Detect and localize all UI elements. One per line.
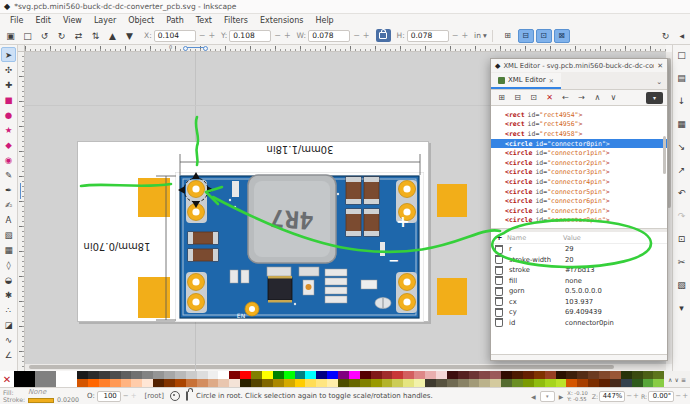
- shape-builder-tool[interactable]: ✚: [1, 77, 16, 92]
- menu-item[interactable]: Extensions: [254, 16, 309, 25]
- palette-swatch[interactable]: [566, 371, 577, 379]
- duplicate-node-button[interactable]: ⊡: [527, 92, 540, 104]
- palette-swatch[interactable]: [88, 371, 99, 379]
- palette-swatch[interactable]: [501, 371, 512, 379]
- palette-swatch[interactable]: [295, 371, 306, 379]
- palette-swatch[interactable]: [523, 371, 534, 379]
- add-attribute-button[interactable]: +: [491, 233, 507, 242]
- menu-item[interactable]: File: [4, 16, 29, 25]
- horizontal-scrollbar[interactable]: [25, 364, 666, 370]
- xml-tree-scrollbar-thumb[interactable]: [663, 136, 666, 174]
- attribute-row[interactable]: stroke #f7bd13: [491, 265, 667, 276]
- palette-swatch[interactable]: [175, 371, 186, 379]
- palette-swatch[interactable]: [110, 379, 121, 387]
- palette-scroll-up-icon[interactable]: ∧: [668, 376, 672, 383]
- palette-swatch[interactable]: [305, 371, 316, 379]
- layer-lock-icon[interactable]: [186, 392, 188, 400]
- calligraphy-tool[interactable]: ✍: [1, 197, 16, 212]
- new-element-node-button[interactable]: ⊞: [495, 92, 508, 104]
- palette-swatch[interactable]: [577, 379, 588, 387]
- xml-tree-node[interactable]: <rectid="rect4956">: [491, 120, 667, 130]
- menu-item[interactable]: Path: [160, 16, 190, 25]
- new-document-button[interactable]: □: [675, 49, 689, 61]
- palette-swatch[interactable]: [218, 379, 229, 387]
- h-minus-button[interactable]: −: [452, 31, 459, 40]
- palette-swatch[interactable]: [142, 371, 153, 379]
- palette-swatch[interactable]: [653, 371, 664, 379]
- palette-swatch[interactable]: [643, 379, 654, 387]
- attribute-row[interactable]: r 29: [491, 244, 667, 255]
- palette-swatch[interactable]: [632, 379, 643, 387]
- move-node-down-button[interactable]: ∨: [607, 92, 620, 104]
- ctrl-icon[interactable]: ▲: [104, 29, 121, 43]
- palette-swatch[interactable]: [632, 371, 643, 379]
- palette-swatch[interactable]: [392, 379, 403, 387]
- palette-swatch[interactable]: [295, 379, 306, 387]
- palette-swatch[interactable]: [371, 371, 382, 379]
- palette-swatch[interactable]: [153, 371, 164, 379]
- xml-editor-titlebar[interactable]: ◆ XML Editor - svg.pcb.mini560-buck-dc-d…: [491, 59, 667, 72]
- palette-swatch[interactable]: [349, 371, 360, 379]
- palette-swatch[interactable]: [251, 371, 262, 379]
- attribute-row[interactable]: gorn 0.5.0.0.0.0: [491, 286, 667, 297]
- gradient-tool[interactable]: ▧: [1, 227, 16, 242]
- palette-swatch[interactable]: [229, 379, 240, 387]
- paint-bucket-tool[interactable]: ◒: [1, 272, 16, 287]
- palette-swatch[interactable]: [610, 379, 621, 387]
- palette-swatch[interactable]: [164, 371, 175, 379]
- horizontal-scrollbar-thumb[interactable]: [29, 365, 614, 369]
- cut-button[interactable]: ✂: [675, 256, 689, 268]
- xml-editor-options-button[interactable]: ▾: [646, 92, 663, 104]
- ctrl-icon[interactable]: ▣: [2, 29, 19, 43]
- palette-swatch[interactable]: [273, 371, 284, 379]
- open-button[interactable]: ▤: [675, 72, 689, 84]
- more-button[interactable]: ▾: [675, 302, 689, 314]
- delete-attribute-icon[interactable]: [495, 266, 503, 275]
- palette-swatch[interactable]: [77, 379, 88, 387]
- zoom-plus-button[interactable]: +: [633, 392, 639, 400]
- pcb-image[interactable]: 4R7: [175, 172, 424, 322]
- palette-swatch[interactable]: [436, 371, 447, 379]
- ctrl-icon[interactable]: □: [19, 29, 36, 43]
- palette-swatch[interactable]: [577, 371, 588, 379]
- palette-swatch[interactable]: [175, 379, 186, 387]
- palette-swatch[interactable]: [425, 379, 436, 387]
- xml-tree-node[interactable]: <circleid="connector3pin">: [491, 168, 667, 178]
- spray-tool[interactable]: ∴: [1, 302, 16, 317]
- palette-swatch[interactable]: [643, 371, 654, 379]
- text-tool[interactable]: A: [1, 212, 16, 227]
- ctrl-icon[interactable]: ↻: [53, 29, 70, 43]
- menu-item[interactable]: Edit: [29, 16, 57, 25]
- no-color-swatch[interactable]: ✕: [0, 371, 14, 387]
- measure-tool[interactable]: ∠: [1, 347, 16, 362]
- palette-swatch[interactable]: [501, 379, 512, 387]
- palette-swatch[interactable]: [186, 379, 197, 387]
- palette-swatch[interactable]: [88, 379, 99, 387]
- palette-swatch[interactable]: [14, 371, 35, 387]
- h-input[interactable]: 0.078: [407, 30, 449, 42]
- attribute-value[interactable]: 0.5.0.0.0.0: [565, 287, 602, 295]
- palette-swatch[interactable]: [273, 379, 284, 387]
- palette-swatch[interactable]: [479, 371, 490, 379]
- palette-swatch[interactable]: [545, 379, 556, 387]
- palette-scroll-down-icon[interactable]: ∨: [674, 376, 678, 383]
- palette-swatch[interactable]: [99, 371, 110, 379]
- stroke-color-swatch[interactable]: [28, 398, 54, 403]
- palette-swatch[interactable]: [512, 371, 523, 379]
- palette-swatch[interactable]: [447, 371, 458, 379]
- y-minus-button[interactable]: −: [274, 31, 281, 40]
- transform-toggle-button[interactable]: ⊡: [536, 29, 552, 43]
- export-button[interactable]: ↗: [675, 164, 689, 176]
- ruler-vertical[interactable]: [18, 52, 25, 371]
- palette-swatch[interactable]: [490, 371, 501, 379]
- palette-swatch[interactable]: [599, 371, 610, 379]
- ellipse-tool[interactable]: ●: [1, 107, 16, 122]
- copy-button[interactable]: ⊡: [675, 233, 689, 245]
- palette-swatch[interactable]: [458, 371, 469, 379]
- ruler-horizontal[interactable]: [25, 45, 666, 52]
- menu-item[interactable]: Help: [309, 16, 339, 25]
- box-3d-tool[interactable]: ◆: [1, 137, 16, 152]
- copper-pad-top-right[interactable]: [437, 184, 467, 217]
- palette-swatch[interactable]: [360, 379, 371, 387]
- palette-swatch[interactable]: [414, 379, 425, 387]
